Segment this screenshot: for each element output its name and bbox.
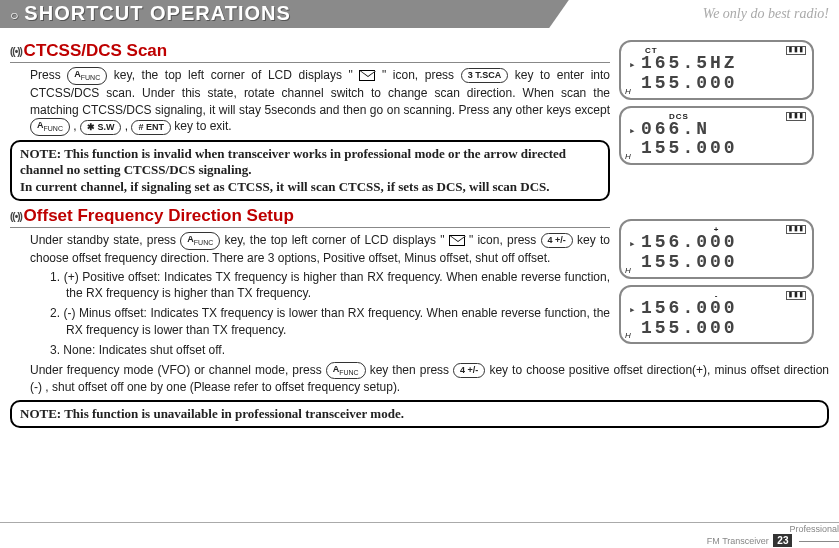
key-3-tsca: 3 T.SCA [461,68,509,83]
list-item: 2. (-) Minus offset: Indicates TX freque… [50,305,610,339]
footer-text-2: FM Transceiver [707,536,769,546]
key-a-func: AFUNC [180,232,220,250]
lcd-line-1: ▸156.000 [629,233,804,253]
lcd-line-2: 155.000 [629,319,804,339]
text: key, the top left corner of LCD displays… [225,233,449,247]
list-item: 3. None: Indicates shut offset off. [50,342,610,359]
list-item: 1. (+) Positive offset: Indicates TX fre… [50,269,610,303]
text: key then press [370,363,453,377]
text: , [125,119,132,133]
note-box-offset: NOTE: This function is unavailable in pr… [10,400,829,428]
tagline: We only do best radio! [703,6,829,22]
offset-paragraph-1: Under standby state, press AFUNC key, th… [10,232,610,267]
ctcss-paragraph: Press AFUNC key, the top left corner of … [10,67,610,136]
lcd-line-2: 155.000 [629,139,804,159]
footer: Professional FM Transceiver 23 [0,522,839,548]
text: Press [30,68,67,82]
text: , [73,119,80,133]
lcd-column: CT ▮▮▮ ▸165.5HZ 155.000 H DCS ▮▮▮ ▸066.N… [619,36,829,350]
key-a-func: AFUNC [67,67,107,85]
key-a-func: AFUNC [30,118,70,136]
note-text: NOTE: This function is unavailable in pr… [20,406,404,421]
lcd-display-dcs: DCS ▮▮▮ ▸066.N 155.000 H [619,106,814,166]
lcd-line-1: ▸066.N [629,120,804,140]
lcd-corner: H [625,152,631,161]
note-box-ctcss: NOTE: This function is invalid when tran… [10,140,610,201]
key-4-plusminus: 4 +/- [453,363,485,378]
battery-icon: ▮▮▮ [786,291,806,300]
text: " icon, press [469,233,541,247]
text: key, the top left corner of LCD displays… [114,68,360,82]
battery-icon: ▮▮▮ [786,225,806,234]
section-heading-ctcss: CTCSS/DCS Scan [10,41,610,63]
offset-paragraph-2: Under frequency mode (VFO) or channel mo… [10,362,829,397]
lcd-corner: H [625,266,631,275]
key-a-func: AFUNC [326,362,366,380]
lcd-corner: H [625,87,631,96]
envelope-icon [449,235,465,246]
lcd-display-minus: - ▮▮▮ ▸156.000 155.000 H [619,285,814,345]
offset-options-list: 1. (+) Positive offset: Indicates TX fre… [30,269,610,359]
battery-icon: ▮▮▮ [786,112,806,121]
page-number: 23 [773,534,792,547]
note-text-2: In current channel, if signaling set as … [20,179,550,194]
section-heading-offset: Offset Frequency Direction Setup [10,206,610,228]
lcd-line-2: 155.000 [629,74,804,94]
lcd-line-1: ▸156.000 [629,299,804,319]
text: Under frequency mode (VFO) or channel mo… [30,363,326,377]
lcd-display-plus: + ▮▮▮ ▸156.000 155.000 H [619,219,814,279]
lcd-line-2: 155.000 [629,253,804,273]
battery-icon: ▮▮▮ [786,46,806,55]
text: key to exit. [174,119,231,133]
key-star-sw: ✱ S.W [80,120,122,135]
key-hash-ent: # ENT [131,120,171,135]
lcd-line-1: ▸165.5HZ [629,54,804,74]
note-text-1: NOTE: This function is invalid when tran… [20,146,566,177]
footer-text-1: Professional [789,524,839,534]
lcd-corner: H [625,331,631,340]
lcd-display-ct: CT ▮▮▮ ▸165.5HZ 155.000 H [619,40,814,100]
text: " icon, press [382,68,461,82]
envelope-icon [359,70,375,81]
footer-line [799,541,839,542]
key-4-plusminus: 4 +/- [541,233,573,248]
text: Under standby state, press [30,233,180,247]
